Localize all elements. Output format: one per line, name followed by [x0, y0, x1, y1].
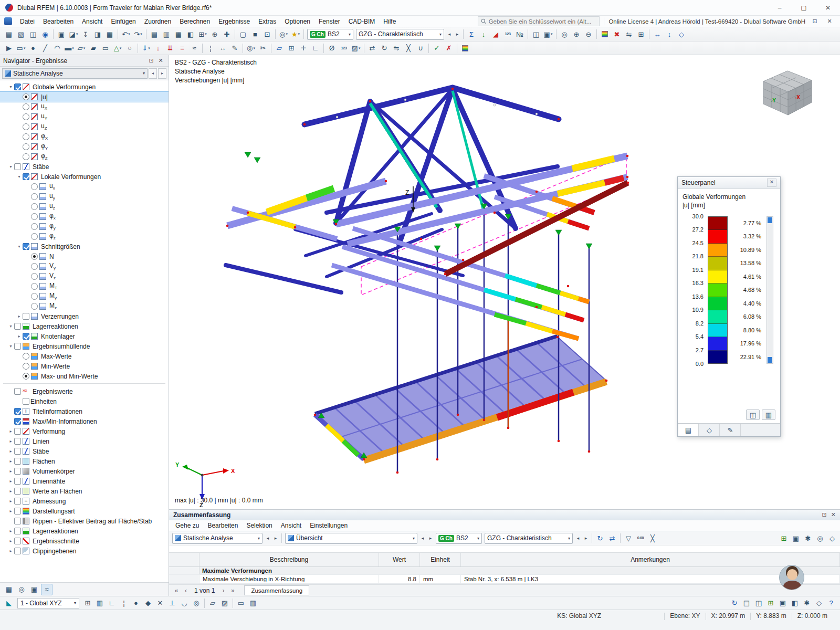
radio-control[interactable]	[31, 223, 38, 230]
tree-item-ergebnisschnitte[interactable]: ▸Ergebnisschnitte	[0, 536, 169, 546]
navigation-cube[interactable]: -Y -X	[762, 65, 813, 116]
result-filter-icon[interactable]: ▽	[623, 532, 634, 544]
checkbox-control[interactable]	[23, 243, 29, 250]
menu-optionen[interactable]: Optionen	[280, 17, 314, 26]
section-box-icon[interactable]: ⊡	[261, 28, 273, 40]
menu-einf-gen[interactable]: Einfügen	[107, 17, 140, 26]
fit-height-icon[interactable]: ↕	[664, 28, 675, 40]
maximize-button[interactable]: ▢	[792, 0, 816, 16]
checkbox-control[interactable]	[14, 408, 21, 415]
next-analysis-button[interactable]: ▸	[158, 68, 166, 79]
radio-control[interactable]	[23, 103, 29, 110]
scale-slider[interactable]	[766, 216, 773, 364]
close-panel-icon[interactable]: ✕	[767, 178, 776, 187]
pin-icon[interactable]: ⊡	[146, 57, 156, 64]
previous-analysis-button[interactable]: ◂	[149, 68, 157, 79]
checkbox-control[interactable]	[14, 438, 21, 445]
tree-item-ux[interactable]: uX	[0, 102, 169, 112]
combo-load-combination[interactable]: GZG - Charakteristisch▾	[356, 29, 444, 40]
radio-control[interactable]	[31, 283, 38, 290]
display-options-tab-icon[interactable]: ✎	[720, 424, 741, 436]
renumber-icon[interactable]: 123	[338, 43, 350, 54]
control-panel-titlebar[interactable]: Steuerpanel ✕	[678, 177, 780, 189]
combo-design-situation[interactable]: G ChBS2▾	[307, 29, 353, 40]
checkbox-control[interactable]	[23, 333, 29, 340]
radio-control[interactable]	[23, 363, 29, 370]
tree-item-mt[interactable]: MT	[0, 281, 169, 291]
tree-item-z[interactable]: φZ	[0, 152, 169, 162]
manage-layouts-icon[interactable]: ◧	[789, 597, 801, 609]
block-library-icon[interactable]: ▦	[104, 28, 116, 40]
checkbox-control[interactable]	[14, 508, 21, 514]
tree-item-z[interactable]: φz	[0, 232, 169, 242]
rotate-icon[interactable]: ↻	[379, 43, 390, 54]
nodal-load-icon[interactable]: ↓	[152, 43, 164, 54]
tree-item-vz[interactable]: Vz	[0, 271, 169, 281]
expander-icon[interactable]: ▸	[7, 459, 14, 464]
expander-icon[interactable]: ▸	[7, 479, 14, 484]
table-input-icon[interactable]: ▦	[247, 597, 259, 609]
pan-icon[interactable]: ✚	[221, 28, 233, 40]
tree-item-ergebniswerte[interactable]: Ergebniswerte	[0, 386, 169, 396]
tree-item-uz[interactable]: uZ	[0, 122, 169, 132]
redo-icon[interactable]: ↷▾	[132, 28, 144, 40]
factors-tab-icon[interactable]: ◇	[699, 424, 720, 436]
move-copy-icon[interactable]: ⇄	[366, 43, 378, 54]
snap-toggle-icon[interactable]: ⊞	[82, 597, 93, 609]
color-palette-icon[interactable]	[459, 43, 471, 54]
views-navigator-tab-icon[interactable]: ▣	[28, 584, 40, 595]
checkbox-control[interactable]	[14, 528, 21, 534]
tree-item-x[interactable]: φx	[0, 212, 169, 222]
new-node-icon[interactable]: ●	[27, 43, 39, 54]
tree-item-fl-chen[interactable]: ▸Flächen	[0, 456, 169, 466]
tree-item-einheiten[interactable]: Einheiten	[0, 396, 169, 406]
expand-table-icon[interactable]: ◇	[826, 532, 838, 544]
visibility-icon[interactable]: ◎▾	[245, 43, 257, 54]
dock-panel-icon[interactable]: ◫	[746, 410, 760, 420]
display-properties-icon[interactable]: ▨▾	[350, 43, 362, 54]
radio-control[interactable]	[31, 193, 38, 200]
tree-item-rippen-effektiver-beitrag-auf-fl-che-stab[interactable]: Rippen - Effektiver Beitrag auf Fläche/S…	[0, 516, 169, 526]
checkbox-control[interactable]	[14, 498, 21, 505]
combo-next-button[interactable]: ▸	[582, 533, 590, 544]
calculate-all-icon[interactable]: Σ	[466, 28, 477, 40]
tree-item-volumenk-rper[interactable]: ▸Volumenkörper	[0, 466, 169, 476]
tree-item-linien[interactable]: ▸Linien	[0, 436, 169, 446]
checkbox-control[interactable]	[14, 548, 21, 554]
menu-cad-bim[interactable]: CAD-BIM	[344, 17, 380, 26]
tree-item-knotenlager[interactable]: ▸Knotenlager	[0, 331, 169, 341]
checkbox-control[interactable]	[14, 458, 21, 465]
zoom-window-icon[interactable]: ⊕	[209, 28, 220, 40]
expander-icon[interactable]: ▸	[7, 549, 14, 553]
checkbox-control[interactable]	[23, 313, 29, 320]
tree-item-clippingebenen[interactable]: ▸Clippingebenen	[0, 546, 169, 556]
radio-control[interactable]	[23, 153, 29, 160]
expander-icon[interactable]: ▾	[7, 164, 14, 169]
grid-toggle-icon[interactable]: ▦	[94, 597, 106, 609]
view-yz-icon[interactable]: ▦	[173, 28, 184, 40]
open-model-icon[interactable]: ▧	[15, 28, 27, 40]
tree-item-abmessung[interactable]: ▸Abmessung	[0, 496, 169, 506]
render-solid-icon[interactable]: ■	[249, 28, 261, 40]
combo-summary-load-combination[interactable]: GZG - Charakteristisch▾	[485, 533, 573, 544]
delete-icon[interactable]: ✗	[443, 43, 455, 54]
checkbox-control[interactable]	[14, 418, 21, 425]
checkbox-control[interactable]	[14, 388, 21, 395]
combo-prev-button[interactable]: ◂	[446, 29, 453, 40]
tree-item-y[interactable]: φY	[0, 142, 169, 152]
data-navigator-tab-icon[interactable]: ▦	[3, 584, 15, 595]
background-layers-icon[interactable]: ▨	[219, 597, 230, 609]
menu-datei[interactable]: Datei	[16, 17, 39, 26]
save-as-icon[interactable]: ◪▾	[68, 28, 79, 40]
print-graphic-icon[interactable]: ▣▾	[542, 28, 554, 40]
zoom-out-icon[interactable]: ⊖	[583, 28, 594, 40]
view-isometric-icon[interactable]: ◧	[185, 28, 196, 40]
radio-control[interactable]	[23, 113, 29, 120]
new-arc-icon[interactable]: ◠	[51, 43, 63, 54]
new-support-icon[interactable]: △▾	[112, 43, 123, 54]
delete-results-icon[interactable]: ✖	[611, 28, 623, 40]
snap-center-icon[interactable]: ◎	[191, 597, 202, 609]
tree-item-uy[interactable]: uy	[0, 192, 169, 202]
search-table-icon[interactable]: ◎	[814, 532, 826, 544]
save-model-icon[interactable]: ◫	[27, 28, 39, 40]
